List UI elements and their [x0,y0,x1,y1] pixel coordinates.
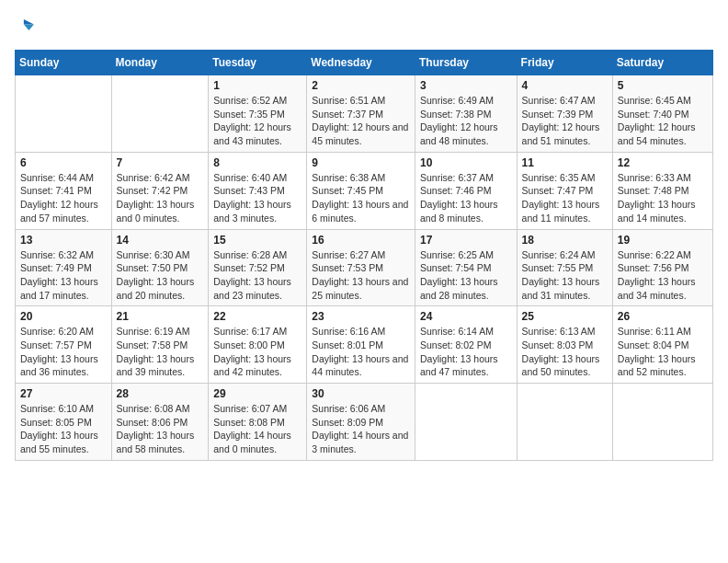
day-number: 12 [618,156,708,169]
day-number: 14 [117,234,204,247]
calendar-cell: 2Sunrise: 6:51 AMSunset: 7:37 PMDaylight… [307,75,415,153]
calendar-table: SundayMondayTuesdayWednesdayThursdayFrid… [15,50,713,461]
day-detail: Sunrise: 6:19 AMSunset: 7:58 PMDaylight:… [117,325,204,379]
calendar-cell: 19Sunrise: 6:22 AMSunset: 7:56 PMDayligh… [612,229,712,306]
day-number: 6 [20,156,107,169]
day-detail: Sunrise: 6:14 AMSunset: 8:02 PMDaylight:… [420,325,512,379]
logo [15,15,37,39]
calendar-cell: 20Sunrise: 6:20 AMSunset: 7:57 PMDayligh… [16,306,112,384]
calendar-cell: 9Sunrise: 6:38 AMSunset: 7:45 PMDaylight… [307,152,415,229]
day-detail: Sunrise: 6:10 AMSunset: 8:05 PMDaylight:… [20,402,107,456]
svg-marker-1 [24,24,34,30]
calendar-cell: 24Sunrise: 6:14 AMSunset: 8:02 PMDayligh… [415,306,517,384]
day-detail: Sunrise: 6:33 AMSunset: 7:48 PMDaylight:… [618,171,708,225]
day-detail: Sunrise: 6:42 AMSunset: 7:42 PMDaylight:… [117,171,204,225]
day-number: 17 [420,234,512,247]
day-number: 4 [522,79,608,92]
day-number: 11 [522,156,608,169]
day-detail: Sunrise: 6:47 AMSunset: 7:39 PMDaylight:… [522,94,608,148]
day-detail: Sunrise: 6:30 AMSunset: 7:50 PMDaylight:… [117,248,204,303]
weekday-header-sunday: Sunday [16,51,112,75]
calendar-cell: 17Sunrise: 6:25 AMSunset: 7:54 PMDayligh… [415,229,517,306]
calendar-cell [415,384,517,461]
day-detail: Sunrise: 6:24 AMSunset: 7:55 PMDaylight:… [522,248,608,303]
day-number: 15 [213,234,301,247]
calendar-cell [612,384,712,461]
day-detail: Sunrise: 6:44 AMSunset: 7:41 PMDaylight:… [20,171,107,225]
calendar-cell [517,384,612,461]
calendar-cell: 23Sunrise: 6:16 AMSunset: 8:01 PMDayligh… [307,306,415,384]
calendar-cell: 11Sunrise: 6:35 AMSunset: 7:47 PMDayligh… [517,152,612,229]
day-detail: Sunrise: 6:27 AMSunset: 7:53 PMDaylight:… [312,248,410,303]
day-number: 18 [522,234,608,247]
calendar-cell: 7Sunrise: 6:42 AMSunset: 7:42 PMDaylight… [111,152,209,229]
day-detail: Sunrise: 6:35 AMSunset: 7:47 PMDaylight:… [522,171,608,225]
day-number: 23 [312,310,410,323]
day-detail: Sunrise: 6:32 AMSunset: 7:49 PMDaylight:… [20,248,107,303]
day-detail: Sunrise: 6:28 AMSunset: 7:52 PMDaylight:… [213,248,301,303]
day-number: 7 [117,156,204,169]
calendar-cell: 14Sunrise: 6:30 AMSunset: 7:50 PMDayligh… [111,229,209,306]
calendar-cell: 29Sunrise: 6:07 AMSunset: 8:08 PMDayligh… [209,384,307,461]
day-number: 2 [312,79,410,92]
day-detail: Sunrise: 6:07 AMSunset: 8:08 PMDaylight:… [213,402,301,456]
calendar-cell: 18Sunrise: 6:24 AMSunset: 7:55 PMDayligh… [517,229,612,306]
day-number: 3 [420,79,512,92]
calendar-cell: 1Sunrise: 6:52 AMSunset: 7:35 PMDaylight… [209,75,307,153]
calendar-cell [16,75,112,153]
day-number: 30 [312,387,410,400]
calendar-cell: 5Sunrise: 6:45 AMSunset: 7:40 PMDaylight… [612,75,712,153]
day-number: 13 [20,234,107,247]
weekday-header-thursday: Thursday [415,51,517,75]
day-number: 16 [312,234,410,247]
calendar-cell: 30Sunrise: 6:06 AMSunset: 8:09 PMDayligh… [307,384,415,461]
day-number: 28 [117,387,204,400]
day-detail: Sunrise: 6:20 AMSunset: 7:57 PMDaylight:… [20,325,107,379]
day-detail: Sunrise: 6:22 AMSunset: 7:56 PMDaylight:… [618,248,708,303]
calendar-cell: 6Sunrise: 6:44 AMSunset: 7:41 PMDaylight… [16,152,112,229]
day-detail: Sunrise: 6:49 AMSunset: 7:38 PMDaylight:… [420,94,512,148]
page-header [15,15,713,39]
calendar-cell: 15Sunrise: 6:28 AMSunset: 7:52 PMDayligh… [209,229,307,306]
day-detail: Sunrise: 6:17 AMSunset: 8:00 PMDaylight:… [213,325,301,379]
day-number: 27 [20,387,107,400]
day-number: 24 [420,310,512,323]
calendar-cell: 25Sunrise: 6:13 AMSunset: 8:03 PMDayligh… [517,306,612,384]
weekday-header-friday: Friday [517,51,612,75]
calendar-cell: 16Sunrise: 6:27 AMSunset: 7:53 PMDayligh… [307,229,415,306]
day-detail: Sunrise: 6:11 AMSunset: 8:04 PMDaylight:… [618,325,708,379]
day-detail: Sunrise: 6:13 AMSunset: 8:03 PMDaylight:… [522,325,608,379]
day-detail: Sunrise: 6:16 AMSunset: 8:01 PMDaylight:… [312,325,410,379]
weekday-header-monday: Monday [111,51,209,75]
day-number: 19 [618,234,708,247]
day-number: 26 [618,310,708,323]
day-number: 8 [213,156,301,169]
day-number: 29 [213,387,301,400]
day-number: 9 [312,156,410,169]
weekday-header-tuesday: Tuesday [209,51,307,75]
calendar-cell: 28Sunrise: 6:08 AMSunset: 8:06 PMDayligh… [111,384,209,461]
day-detail: Sunrise: 6:40 AMSunset: 7:43 PMDaylight:… [213,171,301,225]
day-detail: Sunrise: 6:51 AMSunset: 7:37 PMDaylight:… [312,94,410,148]
day-detail: Sunrise: 6:38 AMSunset: 7:45 PMDaylight:… [312,171,410,225]
calendar-cell: 3Sunrise: 6:49 AMSunset: 7:38 PMDaylight… [415,75,517,153]
calendar-cell: 12Sunrise: 6:33 AMSunset: 7:48 PMDayligh… [612,152,712,229]
day-number: 21 [117,310,204,323]
day-detail: Sunrise: 6:08 AMSunset: 8:06 PMDaylight:… [117,402,204,456]
calendar-cell: 10Sunrise: 6:37 AMSunset: 7:46 PMDayligh… [415,152,517,229]
weekday-header-saturday: Saturday [612,51,712,75]
day-detail: Sunrise: 6:37 AMSunset: 7:46 PMDaylight:… [420,171,512,225]
calendar-cell: 27Sunrise: 6:10 AMSunset: 8:05 PMDayligh… [16,384,112,461]
calendar-cell: 13Sunrise: 6:32 AMSunset: 7:49 PMDayligh… [16,229,112,306]
day-number: 1 [213,79,301,92]
day-detail: Sunrise: 6:52 AMSunset: 7:35 PMDaylight:… [213,94,301,148]
day-detail: Sunrise: 6:06 AMSunset: 8:09 PMDaylight:… [312,402,410,456]
day-number: 20 [20,310,107,323]
day-number: 10 [420,156,512,169]
day-detail: Sunrise: 6:25 AMSunset: 7:54 PMDaylight:… [420,248,512,303]
day-detail: Sunrise: 6:45 AMSunset: 7:40 PMDaylight:… [618,94,708,148]
calendar-cell: 22Sunrise: 6:17 AMSunset: 8:00 PMDayligh… [209,306,307,384]
calendar-cell: 8Sunrise: 6:40 AMSunset: 7:43 PMDaylight… [209,152,307,229]
weekday-header-wednesday: Wednesday [307,51,415,75]
day-number: 22 [213,310,301,323]
